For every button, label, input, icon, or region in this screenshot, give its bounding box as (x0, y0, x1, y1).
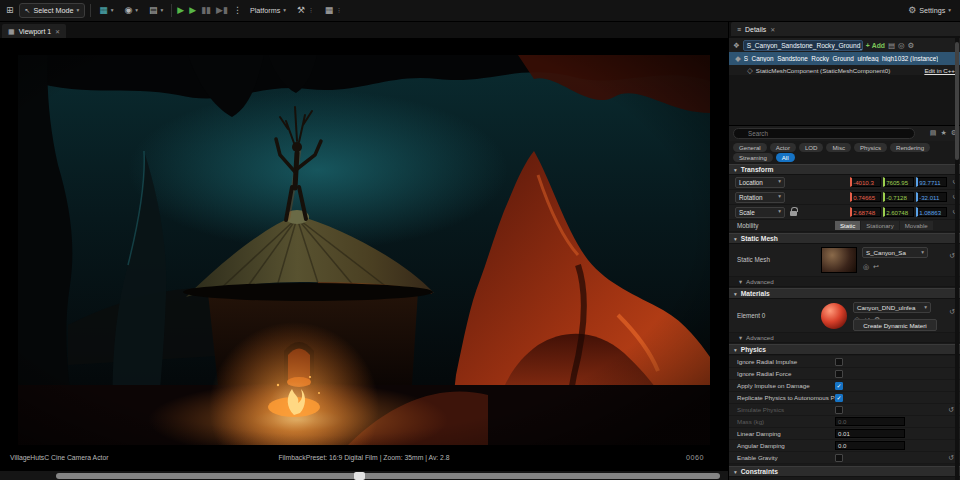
filter-tab-lod[interactable]: LOD (799, 143, 824, 152)
scale-mode-dropdown[interactable]: Scale ▾ (735, 207, 785, 218)
tab-details[interactable]: ≡ Details ✕ (731, 22, 960, 36)
property-label: Replicate Physics to Autonomous Proxy (729, 394, 835, 401)
hammer-icon: ⚒ (297, 6, 305, 15)
add-content-dropdown[interactable]: ▦ ▾ (96, 3, 116, 18)
checkbox-simulate-physics[interactable] (835, 406, 843, 414)
static-mesh-icon: ◆ (735, 54, 741, 63)
filter-tab-all[interactable]: All (776, 153, 795, 162)
step-forward-icon[interactable]: ▶▮ (216, 6, 228, 15)
checkbox-apply-impulse-on-damage[interactable]: ✓ (835, 382, 843, 390)
filter-tab-rendering[interactable]: Rendering (890, 143, 930, 152)
favorites-star-icon[interactable]: ★ (940, 129, 946, 137)
display-filter-icon[interactable]: ▤ (930, 129, 937, 137)
filter-tab-misc[interactable]: Misc (826, 143, 851, 152)
section-constraints[interactable]: ▾ Constraints (729, 466, 960, 477)
viewport-overlay: VillageHutsC Cine Camera Actor FilmbackP… (0, 452, 728, 466)
scale-y-field[interactable]: 2.60748 (883, 207, 914, 217)
chevron-down-icon: ⋮ (336, 8, 342, 14)
gear-icon: ⚙ (908, 6, 916, 15)
checkbox-ignore-radial-force[interactable] (835, 370, 843, 378)
rotation-z-field[interactable]: -32.011 (916, 192, 947, 202)
instance-name: S_Canyon_Sandstone_Rocky_Ground_ulnfeaq_… (744, 55, 939, 62)
search-input[interactable] (733, 128, 915, 139)
value-field-linear-damping[interactable]: 0.01 (835, 429, 905, 438)
play-icon[interactable]: ▶ (177, 6, 184, 15)
section-label: Static Mesh (741, 235, 778, 242)
checkbox-enable-gravity[interactable] (835, 454, 843, 462)
filter-tab-physics[interactable]: Physics (854, 143, 887, 152)
chevron-down-icon: ▾ (778, 179, 781, 185)
mobility-movable-button[interactable]: Movable (900, 221, 933, 230)
value-field-angular-damping[interactable]: 0.0 (835, 441, 905, 450)
gear-icon[interactable]: ⚙ (908, 41, 915, 50)
filter-tab-streaming[interactable]: Streaming (733, 153, 773, 162)
platforms-dropdown[interactable]: Platforms ▾ (247, 3, 289, 18)
scale-z-field[interactable]: 1.08863 (916, 207, 947, 217)
section-physics[interactable]: ▾ Physics (729, 344, 960, 355)
section-static-mesh[interactable]: ▾ Static Mesh (729, 233, 960, 244)
toolbar-separator (171, 4, 172, 17)
material-thumbnail[interactable] (821, 303, 847, 329)
cinematics-dropdown[interactable]: ▤ ▾ (146, 3, 166, 18)
mobility-static-button[interactable]: Static (835, 221, 860, 230)
checkbox-ignore-radial-impulse[interactable] (835, 358, 843, 366)
kebab-menu-icon[interactable]: ⋮ (233, 6, 242, 15)
timeline-scrubber[interactable] (0, 470, 728, 480)
build-dropdown[interactable]: ⚒ ⋮ (294, 3, 317, 18)
rotation-mode-dropdown[interactable]: Rotation ▾ (735, 192, 785, 203)
editor-modes-icon[interactable]: ⊞ (6, 6, 14, 15)
static-mesh-asset-dropdown[interactable]: S_Canyon_Sa ▾ (862, 247, 928, 258)
blueprints-dropdown[interactable]: ◉ ▾ (121, 3, 141, 18)
static-mesh-advanced-row[interactable]: ▾ Advanced (729, 277, 960, 287)
filter-tab-general[interactable]: General (733, 143, 767, 152)
timeline-range[interactable] (56, 473, 720, 479)
materials-advanced-row[interactable]: ▾ Advanced (729, 333, 960, 343)
edit-in-cpp-link[interactable]: Edit in C++ (924, 67, 957, 74)
browse-icon[interactable]: ◎ (898, 41, 905, 50)
search-row: ▤ ★ ⚙ (729, 126, 960, 141)
checkbox-replicate-physics-to-autonomous-proxy[interactable]: ✓ (835, 394, 843, 402)
instance-row[interactable]: ◆ S_Canyon_Sandstone_Rocky_Ground_ulnfea… (729, 52, 960, 65)
project-tools-dropdown[interactable]: ▦ ⋮ (322, 3, 345, 18)
unreal-editor-window: ⊞ ↖ Select Mode ▾ ▦ ▾ ◉ ▾ ▤ ▾ ▶ ▶ ▮▮ ▶▮ … (0, 0, 960, 480)
section-materials[interactable]: ▾ Materials (729, 288, 960, 299)
browse-to-asset-icon[interactable]: ◎ (863, 263, 869, 271)
tab-viewport-1[interactable]: ▦ Viewport 1 ✕ (2, 24, 66, 38)
selected-actor-name[interactable]: S_Canyon_Sandstone_Rocky_Ground_ulnfe (743, 40, 863, 51)
details-scrollbar-thumb[interactable] (955, 42, 959, 160)
chevron-down-icon: ▾ (76, 8, 79, 14)
location-z-field[interactable]: 93.7711 (916, 177, 947, 187)
viewport-3d[interactable]: VillageHutsC Cine Camera Actor FilmbackP… (0, 38, 728, 470)
use-selected-asset-icon[interactable]: ↩ (873, 263, 879, 271)
filter-tab-actor[interactable]: Actor (770, 143, 796, 152)
chevron-down-icon: ▾ (734, 469, 737, 475)
value-field-mass-kg[interactable]: 0.0 (835, 417, 905, 426)
add-component-button[interactable]: + Add (866, 42, 885, 49)
settings-dropdown[interactable]: ⚙ Settings ▾ (905, 3, 954, 18)
material-asset-dropdown[interactable]: Canyon_DND_ulnfea ▾ (853, 302, 931, 313)
advanced-label: Advanced (746, 334, 774, 341)
timeline-playhead[interactable] (354, 472, 365, 480)
static-mesh-thumbnail[interactable] (821, 247, 857, 273)
lock-icon[interactable] (790, 211, 797, 216)
rotation-y-field[interactable]: -0.7128 (883, 192, 914, 202)
details-scrollbar[interactable] (955, 38, 959, 480)
select-mode-dropdown[interactable]: ↖ Select Mode ▾ (19, 3, 86, 18)
scale-x-field[interactable]: 2.68748 (850, 207, 881, 217)
scene-render[interactable] (18, 55, 710, 445)
mobility-stationary-button[interactable]: Stationary (861, 221, 898, 230)
component-row[interactable]: ◇ StaticMeshComponent (StaticMeshCompone… (729, 65, 960, 75)
physics-row-angular-damping: Angular Damping0.0 (729, 440, 960, 452)
pause-icon[interactable]: ▮▮ (201, 6, 211, 15)
play-mode-icon[interactable]: ▶ (189, 6, 196, 15)
create-dynamic-material-button[interactable]: Create Dynamic Materi (853, 319, 937, 331)
close-icon[interactable]: ✕ (55, 28, 60, 35)
close-icon[interactable]: ✕ (770, 26, 775, 33)
section-label: Transform (741, 166, 774, 173)
section-transform[interactable]: ▾ Transform (729, 164, 960, 175)
location-y-field[interactable]: 7605.95 (883, 177, 914, 187)
location-x-field[interactable]: -4010.3 (850, 177, 881, 187)
rotation-x-field[interactable]: 0.74665 (850, 192, 881, 202)
location-mode-dropdown[interactable]: Location ▾ (735, 177, 785, 188)
blueprint-convert-icon[interactable]: ▤ (888, 41, 895, 50)
